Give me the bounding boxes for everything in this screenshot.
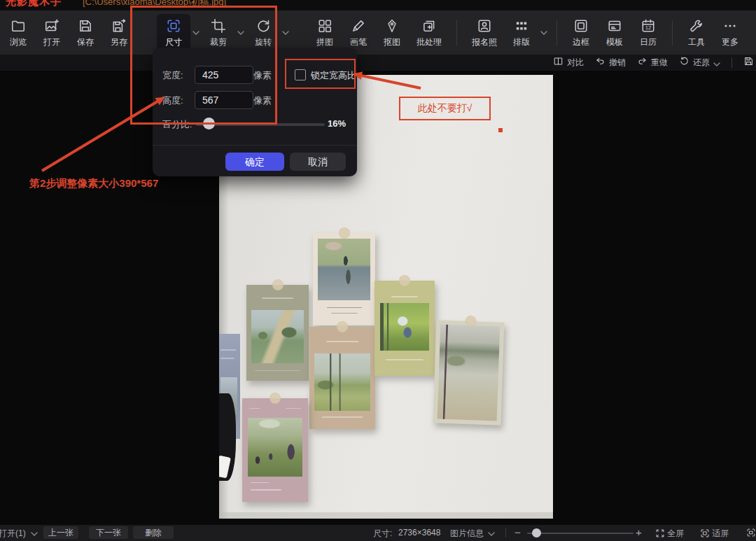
zoom-slider-track[interactable] — [527, 533, 634, 534]
crop-icon — [211, 17, 226, 34]
toolbar-divider — [672, 20, 673, 45]
more-icon — [722, 17, 738, 34]
chevron-down-icon[interactable] — [190, 14, 202, 52]
quickbar-item-undo[interactable]: 撤销 — [595, 56, 626, 69]
image-info-dropdown[interactable]: 图片信息 — [450, 528, 495, 540]
percent-value: 16% — [328, 118, 346, 129]
toolbar-item-resize[interactable]: 尺寸 — [157, 14, 190, 52]
next-image-button[interactable]: 下一张 — [89, 526, 128, 539]
lock-aspect-checkbox[interactable] — [295, 69, 306, 80]
quickbar-item-save[interactable]: 保存 — [743, 56, 756, 69]
toolbar-item-more[interactable]: 更多 — [713, 14, 747, 52]
toolbar-item-rotate[interactable]: 旋转 — [246, 14, 280, 52]
postcard-riverbank — [433, 320, 504, 425]
toolbar-item-collage[interactable]: 拼图 — [308, 14, 342, 52]
chevron-down-icon[interactable] — [538, 14, 550, 52]
brush-icon — [351, 17, 366, 34]
save-icon — [78, 17, 93, 34]
toolbar-item-template[interactable]: 模板 — [598, 14, 631, 52]
zoom-slider-thumb[interactable] — [532, 528, 541, 538]
actual-size-button[interactable] — [746, 528, 756, 538]
redo-icon — [637, 56, 648, 69]
undo-icon — [595, 56, 606, 69]
photo-bottom-edge — [219, 512, 553, 519]
chevron-down-icon — [488, 532, 495, 536]
annotation-step-note: 第2步调整像素大小390*567 — [29, 177, 158, 190]
fullscreen-button[interactable]: 全屏 — [655, 528, 684, 540]
toolbar-item-open[interactable]: 打开 — [35, 14, 69, 52]
toolbar-item-id-photo[interactable]: 报名照 — [464, 14, 505, 52]
toolbar-item-batch[interactable]: 批处理 — [409, 14, 449, 52]
postcard-field — [309, 327, 375, 429]
batch-icon — [421, 17, 437, 34]
statusbar-divider — [505, 528, 506, 538]
opened-count-dropdown[interactable]: 已打开(1) — [0, 528, 38, 540]
quickbar-item-restore[interactable]: 还原 — [679, 56, 720, 69]
postcard-artwork — [314, 353, 370, 411]
postcard-artwork — [380, 303, 429, 351]
delete-image-button[interactable]: 删除 — [133, 526, 174, 539]
width-label: 宽度: — [162, 69, 183, 82]
percent-slider-track[interactable] — [196, 123, 325, 126]
height-input[interactable] — [195, 91, 253, 109]
postcard-sunday — [242, 398, 308, 502]
chevron-down-icon[interactable] — [280, 14, 291, 52]
rotate-icon — [255, 17, 271, 34]
toolbar-item-crop[interactable]: 裁剪 — [202, 14, 235, 52]
svg-text:12: 12 — [645, 24, 652, 31]
postcard-olive-road — [246, 285, 309, 381]
resize-icon — [166, 17, 181, 34]
quickbar-item-compare[interactable]: 对比 — [553, 56, 584, 69]
toolbar-item-calendar[interactable]: 12日历 — [631, 14, 665, 52]
toolbar-item-frame[interactable]: 边框 — [564, 14, 598, 52]
main-toolbar: 浏览打开保存另存尺寸裁剪旋转拼图画笔抠图批处理报名照排版边框模板12日历工具更多 — [0, 10, 756, 55]
zoom-out-button[interactable]: − — [514, 526, 521, 538]
prev-image-button[interactable]: 上一张 — [43, 526, 78, 539]
quickbar-item-redo[interactable]: 重做 — [637, 56, 668, 69]
restore-icon — [679, 56, 690, 69]
annotation-red-dot — [498, 128, 503, 132]
toolbar-item-brush[interactable]: 画笔 — [342, 14, 375, 52]
layout-icon — [514, 17, 529, 34]
fit-screen-button[interactable]: 适屏 — [700, 528, 729, 540]
cancel-button[interactable]: 取消 — [290, 153, 346, 171]
id-photo-icon — [477, 17, 492, 34]
quick-toolbar: 对比撤销重做还原保存 — [0, 55, 756, 71]
fullscreen-icon — [655, 528, 665, 538]
postcard-artwork — [318, 239, 370, 300]
fit-screen-icon — [700, 528, 710, 538]
ok-button[interactable]: 确定 — [225, 153, 284, 171]
width-unit-label: 像素 — [253, 69, 272, 82]
toolbar-divider — [456, 20, 457, 45]
toolbar-item-save-as[interactable]: 另存 — [102, 14, 136, 52]
chevron-down-icon — [31, 532, 38, 536]
browse-icon — [10, 17, 26, 34]
toolbar-item-tools[interactable]: 工具 — [680, 14, 713, 52]
title-bar: 光影魔术手 [C:\Users\xiaoma\Desktop\初稿.jpg] — [0, 0, 756, 10]
toolbar-divider — [556, 20, 557, 45]
dialog-divider — [153, 145, 357, 146]
chevron-down-icon[interactable] — [235, 14, 246, 52]
editor-canvas: .card[data-name="postcard-edge-blue"]::b… — [0, 71, 756, 525]
chevron-down-icon[interactable] — [713, 57, 720, 69]
annotation-warning-box: 此处不要打√ — [399, 97, 491, 120]
image-size-value: 2736×3648 — [398, 528, 440, 538]
postcard-bridge — [313, 233, 375, 325]
open-icon — [44, 17, 59, 34]
actual-size-icon — [746, 528, 756, 538]
zoom-in-button[interactable]: + — [636, 526, 642, 538]
toolbar-item-browse[interactable]: 浏览 — [1, 14, 35, 52]
percent-slider-thumb[interactable] — [203, 118, 215, 129]
width-input[interactable] — [195, 66, 253, 84]
collage-icon — [317, 17, 332, 34]
toolbar-item-cutout[interactable]: 抠图 — [375, 14, 409, 52]
quickbar-divider — [732, 58, 732, 68]
height-unit-label: 像素 — [253, 94, 272, 107]
resize-dialog: 宽度: 像素 高度: 像素 锁定宽高比 百分比: 16% 确定 取消 — [153, 48, 357, 176]
file-path: [C:\Users\xiaoma\Desktop\初稿.jpg] — [83, 0, 226, 8]
frame-icon — [573, 17, 589, 34]
app-window: 光影魔术手 [C:\Users\xiaoma\Desktop\初稿.jpg] 浏… — [0, 0, 756, 541]
toolbar-item-layout[interactable]: 排版 — [505, 14, 538, 52]
cutout-icon — [384, 17, 400, 34]
toolbar-item-save[interactable]: 保存 — [69, 14, 102, 52]
